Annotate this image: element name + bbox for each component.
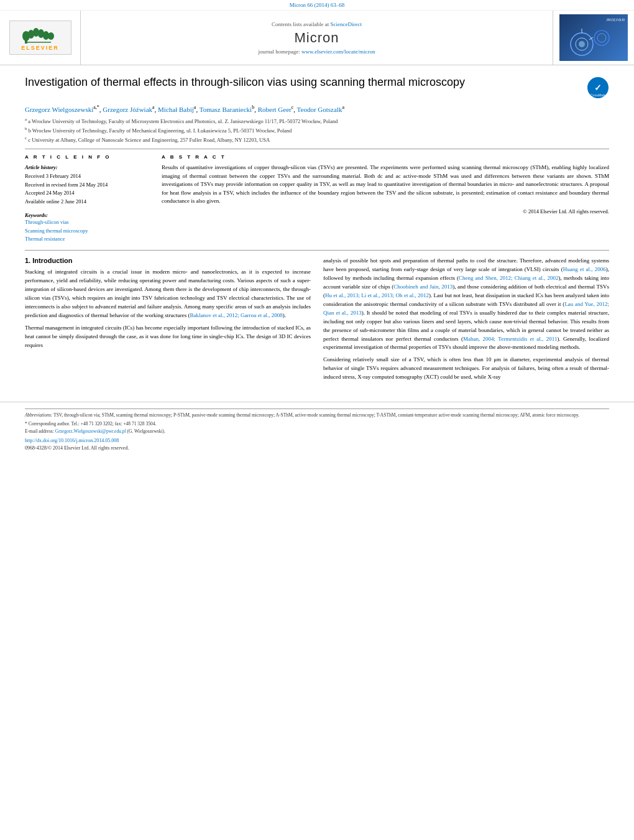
affil-b: b b Wrocław University of Technology, Fa… xyxy=(25,126,609,135)
keywords-label: Keywords: xyxy=(25,212,149,218)
keyword-thermal[interactable]: Thermal resistance xyxy=(25,235,149,244)
section1-heading: Introduction xyxy=(32,257,72,264)
body-para-3: analysis of possible hot spots and prepa… xyxy=(323,257,609,352)
ref-huang[interactable]: Huang et al., 2006 xyxy=(563,266,606,272)
body-para-2: Thermal management in integrated circuit… xyxy=(25,324,311,350)
doi-line: http://dx.doi.org/10.1016/j.micron.2014.… xyxy=(25,437,609,445)
vol-issue-tag: Micron 66 (2014) 63–68 xyxy=(0,0,634,11)
affil-c: c c University at Albany, College of Nan… xyxy=(25,136,609,144)
keyword-sthm[interactable]: Scanning thermal microscopy xyxy=(25,227,149,236)
article-info-section: A R T I C L E I N F O Article history: R… xyxy=(25,154,609,244)
page-footer: Abbreviations: TSV, through-silicon via;… xyxy=(0,402,634,458)
corresponding-label: * Corresponding author. xyxy=(25,421,70,427)
journal-header: Micron 66 (2014) 63–68 ELSEVIER xyxy=(0,0,634,65)
article-title: Investigation of thermal effects in thro… xyxy=(25,75,581,90)
abbrev-label: Abbreviations: xyxy=(25,412,52,418)
body-left-column: 1. Introduction Stacking of integrated c… xyxy=(25,257,311,385)
svg-text:✓: ✓ xyxy=(594,83,602,93)
ref-baklanov[interactable]: Baklanov et al., 2012; Garrou et al., 20… xyxy=(190,312,282,318)
section1-number: 1. xyxy=(25,257,30,264)
elsevier-logo-box: ELSEVIER xyxy=(9,21,71,55)
corresponding-line: * Corresponding author. Tel.: +48 71 320… xyxy=(25,420,609,427)
authors-line: Grzegorz Wielgoszewskia,*, Grzegorz Jóźw… xyxy=(25,104,609,114)
author-sup-b: b xyxy=(252,104,254,110)
micron-cover-decoration xyxy=(563,22,625,57)
contents-line: Contents lists available at ScienceDirec… xyxy=(272,21,362,27)
author-sup-c: c xyxy=(292,104,294,110)
online-date: Available online 2 June 2014 xyxy=(25,198,149,206)
affil-a-text: a Wrocław University of Technology, Facu… xyxy=(28,118,338,124)
elsevier-wordmark: ELSEVIER xyxy=(21,45,59,51)
journal-homepage-link[interactable]: www.elsevier.com/locate/micron xyxy=(301,48,375,55)
article-history: Article history: Received 3 February 201… xyxy=(25,164,149,206)
author-gotszalk[interactable]: Teodor Gotszalk xyxy=(297,106,342,113)
article-info-right: A B S T R A C T Results of quantitative … xyxy=(162,154,609,244)
author-jozwiak[interactable]: Grzegorz Jóźwiak xyxy=(103,106,152,113)
separator-1 xyxy=(25,149,609,149)
micron-cover-image: micron xyxy=(559,14,628,61)
svg-point-14 xyxy=(597,34,606,42)
accepted-date: Accepted 24 May 2014 xyxy=(25,189,149,198)
tel-text: Tel.: +48 71 320 3202; fax: +48 71 328 3… xyxy=(71,421,156,427)
affil-c-text: c University at Albany, College of Nanos… xyxy=(28,136,270,142)
affil-sup-b: b xyxy=(25,126,27,131)
sciencedirect-link[interactable]: ScienceDirect xyxy=(331,21,362,27)
abbrev-text: TSV, through-silicon via; SThM, scanning… xyxy=(53,412,579,418)
contents-text: Contents lists available at xyxy=(272,21,329,27)
affil-a: a a Wrocław University of Technology, Fa… xyxy=(25,117,609,126)
elsevier-tree-icon xyxy=(19,25,62,44)
email-line: E-mail address: Grzegorz.Wielgoszewski@p… xyxy=(25,428,609,435)
copyright-line: © 2014 Elsevier Ltd. All rights reserved… xyxy=(162,208,609,215)
svg-point-10 xyxy=(579,41,585,47)
abstract-text: Results of quantitative investigations o… xyxy=(162,164,609,206)
affil-sup-a: a xyxy=(25,117,27,122)
journal-title-display: Micron xyxy=(294,30,339,46)
crossmark-icon[interactable]: ✓ CrossMark xyxy=(587,76,609,99)
ref-cheng[interactable]: Cheng and Shen, 2012; Chiang et al., 200… xyxy=(459,275,558,281)
keywords-section: Keywords: Through-silicon vias Scanning … xyxy=(25,212,149,244)
body-para-4: Considering relatively small size of a T… xyxy=(323,356,609,382)
article-title-area: Investigation of thermal effects in thro… xyxy=(25,75,609,99)
affil-sup-c: c xyxy=(25,136,27,141)
keyword-tsv[interactable]: Through-silicon vias xyxy=(25,218,149,227)
body-para-1: Stacking of integrated circuits is a cru… xyxy=(25,268,311,320)
svg-point-13 xyxy=(594,30,609,45)
journal-homepage-line: journal homepage: www.elsevier.com/locat… xyxy=(259,48,375,55)
vol-issue-text: Micron 66 (2014) 63–68 xyxy=(290,2,345,8)
ref-hu[interactable]: Hu et al., 2013; Li et al., 2013; Oh et … xyxy=(325,292,429,298)
article-content: Investigation of thermal effects in thro… xyxy=(0,65,634,395)
journal-center: Contents lists available at ScienceDirec… xyxy=(81,11,553,65)
author-baraniecki[interactable]: Tomasz Baraniecki xyxy=(200,106,252,113)
email-link[interactable]: Grzegorz.Wielgoszewski@pwr.edu.pl xyxy=(55,428,126,434)
author-sup-a4: a xyxy=(342,104,344,110)
author-wielgoszewski[interactable]: Grzegorz Wielgoszewski xyxy=(25,106,93,113)
header-main: ELSEVIER Contents lists available at Sci… xyxy=(0,11,634,65)
author-sup-a: a,* xyxy=(93,104,99,110)
page-wrapper: Micron 66 (2014) 63–68 ELSEVIER xyxy=(0,0,634,458)
svg-point-6 xyxy=(48,32,54,40)
issn-line: 0968-4328/© 2014 Elsevier Ltd. All right… xyxy=(25,445,609,452)
author-geer[interactable]: Robert Geer xyxy=(258,106,292,113)
ref-lau[interactable]: Lau and Yue, 2012; Qian et al., 2013 xyxy=(323,301,609,316)
affil-b-text: b Wrocław University of Technology, Facu… xyxy=(29,127,292,134)
email-author: (G. Wielgoszewski). xyxy=(127,428,165,434)
svg-text:CrossMark: CrossMark xyxy=(590,93,606,97)
history-label: Article history: xyxy=(25,164,149,172)
author-sup-a3: a xyxy=(194,104,196,110)
received-date: Received 3 February 2014 xyxy=(25,172,149,181)
author-babij[interactable]: Michał Babij xyxy=(158,106,194,113)
article-info-left: A R T I C L E I N F O Article history: R… xyxy=(25,154,149,244)
author-sup-a2: a xyxy=(152,104,155,110)
revised-date: Received in revised form 24 May 2014 xyxy=(25,181,149,190)
elsevier-logo-area: ELSEVIER xyxy=(0,11,81,65)
email-label: E-mail address: xyxy=(25,428,54,434)
footnote-area: Abbreviations: TSV, through-silicon via;… xyxy=(25,408,609,452)
ref-choobineh[interactable]: Choobineh and Jain, 2013 xyxy=(393,284,453,290)
body-columns: 1. Introduction Stacking of integrated c… xyxy=(25,257,609,385)
section1-title: 1. Introduction xyxy=(25,257,311,264)
ref-mahan[interactable]: Mahan, 2004; Termentzidis et al., 2011 xyxy=(463,336,557,342)
homepage-text: journal homepage: xyxy=(259,48,300,55)
article-info-label: A R T I C L E I N F O xyxy=(25,154,149,160)
body-right-column: analysis of possible hot spots and prepa… xyxy=(323,257,609,385)
abstract-label: A B S T R A C T xyxy=(162,154,609,160)
